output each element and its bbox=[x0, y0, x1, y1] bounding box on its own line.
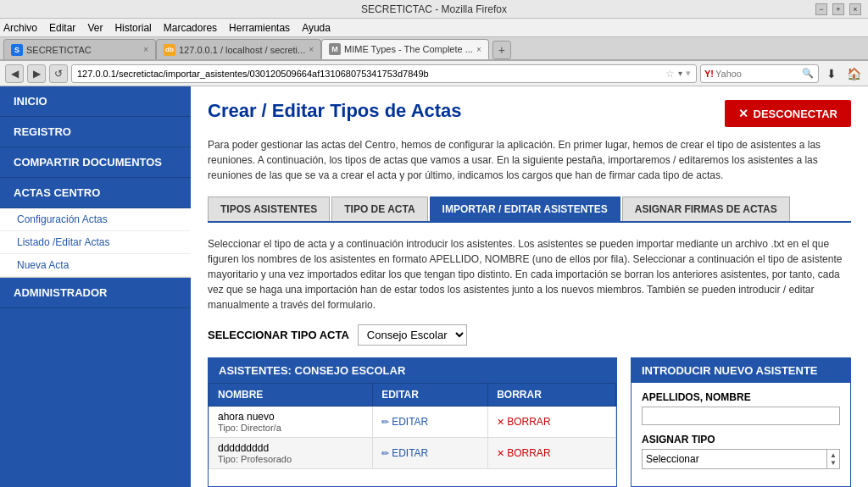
tab2-close[interactable]: × bbox=[309, 45, 314, 54]
tab-tipo-acta[interactable]: TIPO DE ACTA bbox=[331, 196, 427, 221]
menu-ver[interactable]: Ver bbox=[87, 22, 103, 34]
row1-name: ahora nuevo bbox=[218, 411, 364, 423]
row1-delete-icon: ✕ bbox=[497, 417, 504, 428]
nav-tabs: TIPOS ASISTENTES TIPO DE ACTA IMPORTAR /… bbox=[208, 196, 851, 223]
menu-historial[interactable]: Historial bbox=[114, 22, 151, 34]
home-button[interactable]: 🏠 bbox=[844, 64, 863, 83]
new-assistant-header: INTRODUCIR NUEVO ASISTENTE bbox=[632, 358, 850, 383]
tab1-favicon: S bbox=[11, 44, 23, 56]
browser-tab-2[interactable]: db 127.0.0.1 / localhost / secreti... × bbox=[156, 39, 321, 59]
asignar-tipo-select[interactable]: Seleccionar bbox=[643, 451, 826, 468]
apellidos-label: APELLIDOS, NOMBRE bbox=[642, 391, 840, 403]
row1-edit-cell: ✏ EDITAR bbox=[373, 407, 488, 438]
menu-archivo[interactable]: Archivo bbox=[3, 22, 37, 34]
tab3-favicon: M bbox=[329, 43, 341, 55]
row2-delete-link[interactable]: ✕ BORRAR bbox=[497, 447, 607, 459]
tab2-favicon: db bbox=[164, 44, 175, 56]
sidebar-submenu-nueva-acta[interactable]: Nueva Acta bbox=[0, 254, 191, 277]
sidebar-item-compartir[interactable]: COMPARTIR DOCUMENTOS bbox=[0, 147, 191, 178]
col-borrar: BORRAR bbox=[488, 384, 616, 407]
table-row: ahora nuevo Tipo: Director/a ✏ EDITAR bbox=[209, 407, 616, 438]
tabs-bar: S SECRETICTAC × db 127.0.0.1 / localhost… bbox=[0, 37, 868, 61]
sidebar-item-admin[interactable]: ADMINISTRADOR bbox=[0, 278, 191, 308]
forward-button[interactable]: ▶ bbox=[27, 64, 46, 83]
menu-ayuda[interactable]: Ayuda bbox=[302, 22, 331, 34]
assistants-table: NOMBRE EDITAR BORRAR ahora nuevo Tipo: D… bbox=[209, 383, 616, 469]
maximize-button[interactable]: + bbox=[832, 3, 844, 15]
asignar-tipo-label: ASIGNAR TIPO bbox=[642, 434, 840, 445]
download-button[interactable]: ⬇ bbox=[822, 64, 841, 83]
row2-delete-icon: ✕ bbox=[497, 448, 504, 459]
row2-type: Tipo: Profesorado bbox=[218, 454, 364, 464]
table-row: ddddddddd Tipo: Profesorado ✏ EDITAR bbox=[209, 438, 616, 469]
row1-type: Tipo: Director/a bbox=[218, 423, 364, 433]
tab-importar-editar[interactable]: IMPORTAR / EDITAR ASISTENTES bbox=[430, 196, 620, 221]
select-tipo-dropdown[interactable]: Consejo Escolar Claustro Comisión bbox=[358, 324, 467, 346]
tab1-label: SECRETICTAC bbox=[26, 45, 92, 55]
select-tipo-label: SELECCIONAR TIPO ACTA bbox=[208, 329, 349, 341]
menu-herramientas[interactable]: Herramientas bbox=[229, 22, 290, 34]
menu-editar[interactable]: Editar bbox=[49, 22, 75, 34]
search-input[interactable] bbox=[715, 69, 800, 79]
row1-edit-link[interactable]: ✏ EDITAR bbox=[381, 416, 479, 428]
sidebar-item-registro[interactable]: REGISTRO bbox=[0, 117, 191, 147]
url-lock-icon: ▾ bbox=[686, 68, 691, 79]
menu-bar: Archivo Editar Ver Historial Marcadores … bbox=[0, 19, 868, 37]
window-controls: − + × bbox=[815, 3, 861, 15]
intro-text: Para poder gestionar las actas del Centr… bbox=[208, 137, 851, 183]
asignar-tipo-wrapper: Seleccionar ▲▼ bbox=[642, 449, 840, 469]
row2-edit-link[interactable]: ✏ EDITAR bbox=[381, 447, 479, 459]
apellidos-input[interactable] bbox=[642, 407, 840, 425]
window-title: SECRETICTAC - Mozilla Firefox bbox=[361, 3, 507, 15]
col-editar: EDITAR bbox=[373, 384, 488, 407]
sidebar-submenu-actas: Configuración Actas Listado /Editar Acta… bbox=[0, 208, 191, 278]
new-tab-button[interactable]: + bbox=[492, 41, 511, 59]
disconnect-button[interactable]: ✕ DESCONECTAR bbox=[725, 100, 851, 127]
row1-delete-link[interactable]: ✕ BORRAR bbox=[497, 416, 607, 428]
back-button[interactable]: ◀ bbox=[5, 64, 24, 83]
new-assistant-panel: INTRODUCIR NUEVO ASISTENTE APELLIDOS, NO… bbox=[631, 357, 851, 487]
assistants-panel-header: ASISTENTES: Consejo Escolar bbox=[209, 358, 616, 383]
browser-tab-1[interactable]: S SECRETICTAC × bbox=[3, 39, 156, 59]
url-text: 127.0.0.1/secretictac/importar_asistente… bbox=[77, 69, 662, 79]
browser-tab-3[interactable]: M MIME Types - The Complete ... × bbox=[321, 39, 489, 59]
row2-edit-icon: ✏ bbox=[381, 448, 389, 459]
tab1-close[interactable]: × bbox=[143, 45, 148, 54]
address-bar: ◀ ▶ ↺ 127.0.0.1/secretictac/importar_asi… bbox=[0, 61, 868, 86]
search-icon[interactable]: 🔍 bbox=[802, 68, 814, 79]
url-bar[interactable]: 127.0.0.1/secretictac/importar_asistente… bbox=[71, 64, 697, 83]
row2-delete-cell: ✕ BORRAR bbox=[488, 438, 616, 469]
tab3-close[interactable]: × bbox=[476, 45, 481, 54]
page-header: Crear / Editar Tipos de Actas ✕ DESCONEC… bbox=[208, 100, 851, 127]
yahoo-icon: Y! bbox=[704, 69, 714, 79]
tab3-label: MIME Types - The Complete ... bbox=[344, 44, 473, 54]
sidebar-submenu-configuracion[interactable]: Configuración Actas bbox=[0, 208, 191, 231]
menu-marcadores[interactable]: Marcadores bbox=[164, 22, 217, 34]
col-nombre: NOMBRE bbox=[209, 384, 373, 407]
minimize-button[interactable]: − bbox=[815, 3, 827, 15]
row1-edit-icon: ✏ bbox=[381, 417, 389, 428]
sidebar-item-actas[interactable]: ACTAS CENTRO bbox=[0, 178, 191, 208]
bottom-section: ASISTENTES: Consejo Escolar NOMBRE EDITA… bbox=[208, 357, 851, 487]
new-assistant-body: APELLIDOS, NOMBRE ASIGNAR TIPO Seleccion… bbox=[632, 383, 850, 486]
main-content: Crear / Editar Tipos de Actas ✕ DESCONEC… bbox=[191, 86, 868, 487]
tab-asignar-firmas[interactable]: ASIGNAR FIRMAS DE ACTAS bbox=[622, 196, 790, 221]
url-dropdown-icon[interactable]: ▾ bbox=[678, 69, 682, 78]
disconnect-x-icon: ✕ bbox=[738, 107, 748, 120]
search-bar[interactable]: Y! 🔍 bbox=[700, 64, 819, 83]
title-bar: SECRETICTAC - Mozilla Firefox − + × bbox=[0, 0, 868, 19]
close-button[interactable]: × bbox=[849, 3, 861, 15]
row1-delete-cell: ✕ BORRAR bbox=[488, 407, 616, 438]
row2-name: ddddddddd bbox=[218, 442, 364, 454]
reload-button[interactable]: ↺ bbox=[49, 64, 68, 83]
sidebar-item-inicio[interactable]: INICIO bbox=[0, 86, 191, 117]
disconnect-label: DESCONECTAR bbox=[754, 108, 837, 120]
section-text: Seleccionar el tipo de acta y a continua… bbox=[208, 236, 851, 313]
page-layout: INICIO REGISTRO COMPARTIR DOCUMENTOS ACT… bbox=[0, 86, 868, 487]
row2-name-cell: ddddddddd Tipo: Profesorado bbox=[209, 438, 373, 469]
select-tipo-row: SELECCIONAR TIPO ACTA Consejo Escolar Cl… bbox=[208, 324, 851, 346]
bookmark-star-icon[interactable]: ☆ bbox=[665, 68, 675, 80]
tab-tipos-asistentes[interactable]: TIPOS ASISTENTES bbox=[208, 196, 330, 221]
select-arrows-icon: ▲▼ bbox=[826, 450, 839, 468]
sidebar-submenu-listado[interactable]: Listado /Editar Actas bbox=[0, 231, 191, 254]
